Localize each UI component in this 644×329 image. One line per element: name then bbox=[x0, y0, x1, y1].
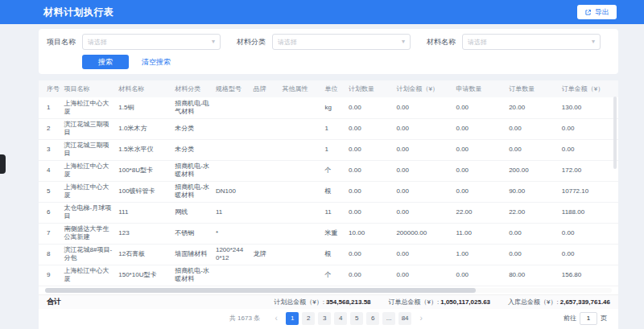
table-cell: 0.00 bbox=[345, 160, 393, 181]
table-cell: 200000.00 bbox=[393, 223, 452, 244]
column-header: 申请数量 bbox=[453, 80, 506, 97]
table-cell: 0.00 bbox=[345, 97, 393, 118]
vertical-scrollbar-thumb[interactable] bbox=[613, 97, 617, 169]
table-cell bbox=[279, 160, 322, 181]
table-cell: 11 bbox=[213, 202, 250, 223]
column-header: 序号 bbox=[39, 80, 61, 97]
table-cell bbox=[279, 118, 322, 139]
table-cell: 个 bbox=[321, 265, 345, 286]
table-cell: DN100 bbox=[213, 181, 250, 202]
project-select-placeholder: 请选择 bbox=[88, 38, 212, 47]
table-row: 7南侧盛达大学生公寓新建123不锈钢*米重10.00200000.0011.00… bbox=[39, 223, 618, 244]
page-button[interactable]: 84 bbox=[398, 312, 411, 325]
table-row: 2滨江花城三期项目1.0米木方未分类10.000.000.000.000.00 bbox=[39, 118, 618, 139]
table-cell: 11.00 bbox=[453, 223, 506, 244]
summary-row: 合计 计划总金额（¥）:354,568,213.58 订单总金额（¥）:1,05… bbox=[39, 294, 618, 309]
column-header: 计划数量 bbox=[345, 80, 393, 97]
table-cell: 20.00 bbox=[506, 97, 559, 118]
table-cell bbox=[250, 265, 279, 286]
material-select[interactable]: 请选择 ▾ bbox=[462, 34, 601, 50]
inbound-total: 入库总金额（¥）:2,657,339,761.46 bbox=[508, 298, 610, 306]
table-cell: 12石膏板 bbox=[115, 244, 171, 265]
page-button[interactable]: 2 bbox=[302, 312, 315, 325]
table-cell bbox=[250, 118, 279, 139]
app-header: 材料计划执行表 导出 bbox=[0, 0, 644, 24]
table-cell: 4 bbox=[39, 160, 61, 181]
table-cell: 南侧盛达大学生公寓新建 bbox=[61, 223, 116, 244]
table-cell: 根 bbox=[321, 244, 345, 265]
table-row: 3滨江花城三期项目1.5米水平仪未分类10.000.000.000.000.00 bbox=[39, 139, 618, 160]
filter-row: 项目名称 请选择 ▾ 材料分类 请选择 ▾ 材料名称 请选择 ▾ bbox=[47, 34, 610, 50]
table-cell: 200.00 bbox=[506, 160, 559, 181]
table-cell: 1.00 bbox=[453, 244, 506, 265]
page-button[interactable]: 5 bbox=[350, 312, 363, 325]
table-cell: 0.00 bbox=[345, 118, 393, 139]
goto-page-input[interactable] bbox=[580, 312, 597, 325]
pager-pages: 123456...84 bbox=[286, 312, 411, 325]
table-cell: 172.00 bbox=[559, 160, 618, 181]
page-button[interactable]: 1 bbox=[286, 312, 299, 325]
table-cell bbox=[250, 160, 279, 181]
table-cell: 招商机电-水暖材料 bbox=[171, 265, 213, 286]
order-total: 订单总金额（¥）:1,050,117,025.63 bbox=[389, 298, 491, 306]
project-select[interactable]: 请选择 ▾ bbox=[82, 34, 221, 50]
export-icon bbox=[584, 9, 592, 16]
table-cell: 0.00 bbox=[506, 244, 559, 265]
table-row: 9上海松江中心大厦150*10U型卡招商机电-水暖材料个0.000.000.00… bbox=[39, 265, 618, 286]
table-cell: 11 bbox=[321, 202, 345, 223]
export-button-label: 导出 bbox=[595, 7, 609, 18]
table-cell: 0.00 bbox=[453, 118, 506, 139]
filter-category: 材料分类 请选择 ▾ bbox=[237, 34, 411, 50]
category-select[interactable]: 请选择 ▾ bbox=[272, 34, 411, 50]
table-cell bbox=[250, 139, 279, 160]
main-content: 项目名称 请选择 ▾ 材料分类 请选择 ▾ 材料名称 请选择 ▾ bbox=[0, 24, 644, 329]
table-cell: 1.5铜 bbox=[115, 97, 171, 118]
clear-search-button[interactable]: 清空搜索 bbox=[142, 57, 171, 68]
column-header: 材料名称 bbox=[115, 80, 171, 97]
table-cell: 0.00 bbox=[506, 118, 559, 139]
table-cell: 未分类 bbox=[171, 118, 213, 139]
search-button[interactable]: 搜索 bbox=[82, 55, 129, 69]
table-cell: 1 bbox=[321, 139, 345, 160]
sidebar-toggle[interactable] bbox=[0, 154, 6, 174]
table-cell: 156.80 bbox=[559, 265, 618, 286]
pager-ellipsis[interactable]: ... bbox=[382, 312, 395, 325]
prev-page-button[interactable]: ‹ bbox=[270, 312, 283, 325]
export-button[interactable]: 导出 bbox=[577, 5, 617, 19]
horizontal-scrollbar[interactable] bbox=[45, 288, 612, 293]
page-button[interactable]: 4 bbox=[334, 312, 347, 325]
next-page-button[interactable]: › bbox=[415, 312, 427, 325]
data-table-panel: 序号项目名称材料名称材料分类规格型号品牌其他属性单位计划数量计划金额（¥）申请数… bbox=[39, 80, 618, 329]
column-header: 计划金额（¥） bbox=[393, 80, 452, 97]
table-cell: 150*10U型卡 bbox=[115, 265, 171, 286]
page-button[interactable]: 3 bbox=[318, 312, 331, 325]
table-cell bbox=[279, 223, 322, 244]
table-cell: 墙面辅材料 bbox=[171, 244, 213, 265]
table-cell: 上海松江中心大厦 bbox=[61, 160, 116, 181]
table-cell: 个 bbox=[321, 160, 345, 181]
page-title: 材料计划执行表 bbox=[43, 6, 114, 19]
table-cell: 上海松江中心大厦 bbox=[61, 97, 116, 118]
table-cell bbox=[213, 97, 250, 118]
table-cell: 未分类 bbox=[171, 139, 213, 160]
project-filter-label: 项目名称 bbox=[47, 37, 76, 47]
goto-suffix: 页 bbox=[601, 314, 607, 323]
table-cell bbox=[279, 244, 322, 265]
table-cell: 1 bbox=[39, 97, 61, 118]
page-button[interactable]: 6 bbox=[366, 312, 379, 325]
table-cell: 1 bbox=[321, 118, 345, 139]
column-header: 订单金额（¥） bbox=[559, 80, 618, 97]
table-cell: 3 bbox=[39, 139, 61, 160]
horizontal-scrollbar-thumb[interactable] bbox=[45, 288, 476, 293]
vertical-scrollbar[interactable] bbox=[613, 97, 617, 282]
table-cell bbox=[213, 139, 250, 160]
table-cell: 0.00 bbox=[506, 139, 559, 160]
table-cell: 0.00 bbox=[393, 265, 452, 286]
table-cell: 9 bbox=[39, 265, 61, 286]
filter-project: 项目名称 请选择 ▾ bbox=[47, 34, 221, 50]
table-body: 1上海松江中心大厦1.5铜招商机电-电气材料kg0.000.000.0020.0… bbox=[39, 97, 618, 286]
table-cell bbox=[213, 160, 250, 181]
table-cell: 7 bbox=[39, 223, 61, 244]
table-cell: 0.00 bbox=[345, 265, 393, 286]
table-cell: 8 bbox=[39, 244, 61, 265]
